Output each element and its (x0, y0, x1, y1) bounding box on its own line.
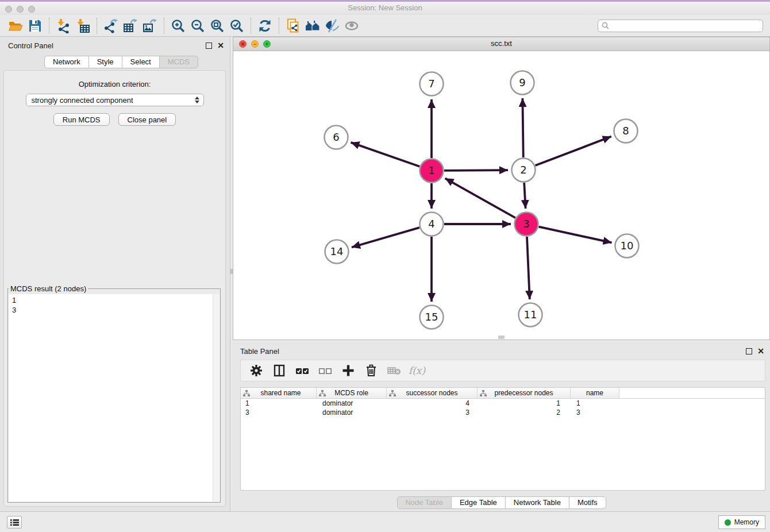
cell-name[interactable]: 3 (571, 408, 619, 417)
table-row[interactable]: 1 dominator 4 1 1 (241, 399, 765, 408)
show-graphics-details-icon[interactable] (342, 17, 361, 34)
tab-select[interactable]: Select (122, 56, 160, 68)
mcds-result-text[interactable]: 1 3 (9, 294, 220, 502)
refresh-layout-icon[interactable] (255, 17, 275, 34)
result-scrollbar[interactable] (213, 294, 220, 502)
cell-successor-nodes[interactable]: 4 (387, 399, 478, 408)
result-line: 3 (12, 305, 220, 315)
resize-handle[interactable] (498, 336, 505, 339)
memory-button[interactable]: Memory (718, 515, 765, 529)
select-all-columns-icon[interactable] (294, 363, 310, 379)
graph-edge-2-8[interactable] (536, 137, 611, 166)
zoom-out-icon[interactable] (188, 17, 207, 34)
maximize-window-icon[interactable] (28, 6, 35, 13)
graph-node-label: 10 (621, 240, 634, 252)
column-header-name[interactable]: name (571, 388, 619, 398)
graph-edge-4-14[interactable] (352, 228, 419, 247)
cell-shared-name[interactable]: 1 (241, 399, 317, 408)
column-header-shared-name[interactable]: shared name (241, 388, 317, 398)
graph-edge-1-6[interactable] (351, 142, 420, 167)
network-overview-icon[interactable] (303, 17, 322, 34)
close-panel-button[interactable]: Close panel (118, 113, 176, 126)
zoom-selected-icon[interactable] (227, 17, 247, 34)
tab-network[interactable]: Network (44, 56, 89, 68)
tab-style[interactable]: Style (88, 56, 122, 68)
graph-edge-3-11[interactable] (527, 237, 530, 299)
table-panel: Table Panel ✕ (233, 342, 770, 511)
tab-node-table[interactable]: Node Table (396, 496, 452, 509)
unselect-all-columns-icon[interactable] (317, 363, 333, 379)
graph-node-label: 7 (428, 78, 434, 90)
minimize-network-icon[interactable]: − (251, 40, 259, 48)
graph-edge-3-1[interactable] (445, 178, 515, 218)
float-panel-icon[interactable] (206, 43, 212, 49)
cell-mcds-role[interactable]: dominator (317, 399, 387, 408)
mcds-panel-body: Optimization criterion: strongly connect… (3, 70, 226, 507)
graph-node-label: 15 (425, 311, 438, 323)
main-toolbar (0, 15, 770, 37)
graph-edge-1-2[interactable] (444, 170, 508, 171)
export-image-icon[interactable] (140, 17, 160, 34)
criterion-select[interactable]: strongly connected component (26, 94, 204, 106)
cell-successor-nodes[interactable]: 3 (387, 408, 478, 417)
minimize-window-icon[interactable] (17, 6, 24, 13)
run-mcds-button[interactable]: Run MCDS (53, 113, 110, 126)
column-header-successor-nodes[interactable]: successor nodes (387, 388, 478, 398)
tab-motifs[interactable]: Motifs (569, 496, 606, 509)
save-session-icon[interactable] (25, 17, 45, 34)
graph-edge-3-10[interactable] (539, 227, 612, 243)
cell-predecessor-nodes[interactable]: 2 (478, 408, 571, 417)
import-table-icon[interactable] (73, 17, 93, 34)
open-session-icon[interactable] (6, 17, 25, 34)
toolbar-separator (49, 18, 49, 34)
cell-name[interactable]: 1 (571, 399, 619, 408)
task-history-button[interactable] (7, 516, 22, 529)
tab-network-table[interactable]: Network Table (505, 496, 569, 509)
hide-graphics-details-icon[interactable] (322, 17, 342, 34)
settings-icon[interactable] (248, 363, 264, 379)
list-icon (10, 519, 19, 526)
column-header-mcds-role[interactable]: MCDS role (317, 388, 387, 398)
application-window: Session: New Session (0, 0, 770, 532)
function-builder-icon: f(x) (409, 363, 425, 379)
cell-predecessor-nodes[interactable]: 1 (478, 399, 571, 408)
search-input[interactable] (611, 21, 763, 31)
graph-node-label: 6 (333, 131, 339, 143)
tab-mcds[interactable]: MCDS (159, 56, 198, 68)
export-table-icon[interactable] (121, 17, 140, 34)
cell-shared-name[interactable]: 3 (241, 408, 317, 417)
column-type-icon (319, 390, 326, 396)
add-column-icon[interactable] (340, 363, 356, 379)
search-field[interactable] (598, 20, 763, 32)
close-table-panel-icon[interactable]: ✕ (757, 348, 764, 354)
close-network-icon[interactable]: ✕ (239, 40, 247, 48)
toggle-column-pane-icon[interactable] (271, 363, 287, 379)
tab-edge-table[interactable]: Edge Table (451, 496, 506, 509)
float-table-panel-icon[interactable] (746, 348, 752, 354)
table-tabs: Node Table Edge Table Network Table Moti… (396, 496, 606, 509)
graph-edge-2-3[interactable] (524, 183, 525, 209)
column-header-predecessor-nodes[interactable]: predecessor nodes (478, 388, 571, 398)
graph-edge-2-9[interactable] (522, 98, 523, 157)
memory-status-icon (725, 519, 731, 526)
copy-network-view-icon[interactable] (283, 17, 303, 34)
delete-columns-icon[interactable] (363, 363, 379, 379)
column-type-icon (389, 390, 396, 396)
export-network-icon[interactable] (101, 17, 121, 34)
maximize-network-icon[interactable]: + (263, 40, 271, 48)
toolbar-separator (279, 18, 279, 34)
zoom-in-icon[interactable] (168, 17, 188, 34)
cell-mcds-role[interactable]: dominator (317, 408, 387, 417)
close-window-icon[interactable] (5, 6, 12, 13)
toolbar-separator (164, 18, 164, 34)
control-panel: Control Panel ✕ Network Style Select MCD… (0, 37, 230, 511)
import-network-icon[interactable] (53, 17, 73, 34)
toolbar-separator (97, 18, 97, 34)
mcds-result-title: MCDS result (2 nodes) (9, 284, 88, 293)
close-panel-icon[interactable]: ✕ (217, 43, 224, 49)
zoom-fit-icon[interactable] (207, 17, 227, 34)
network-view-window: ✕ − + scc.txt 7968124314101511 (233, 37, 770, 340)
network-canvas[interactable]: 7968124314101511 (233, 51, 769, 340)
table-row[interactable]: 3 dominator 3 2 3 (241, 408, 765, 417)
control-panel-tabs: Network Style Select MCDS (44, 56, 198, 68)
